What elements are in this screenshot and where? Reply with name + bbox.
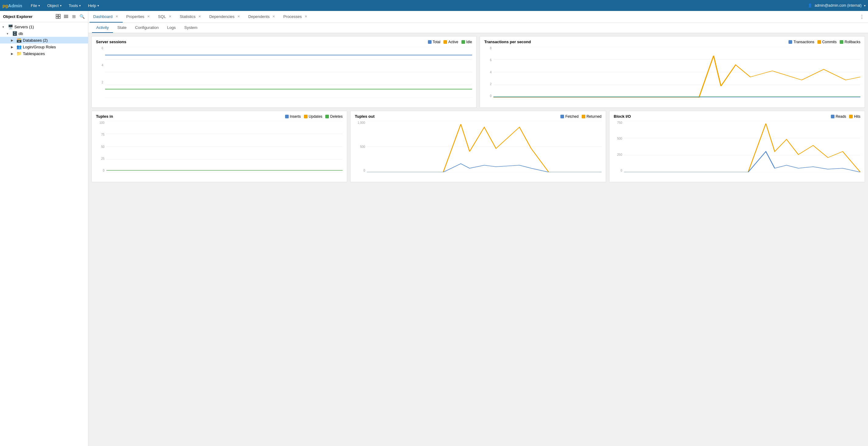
- tab-dependents[interactable]: Dependents ✕: [245, 11, 280, 23]
- chart-server-sessions-legend: Total Active Idle: [428, 40, 472, 44]
- nav-help[interactable]: Help ▾: [84, 0, 103, 11]
- tab-bar: Dashboard ✕ Properties ✕ SQL ✕ Statistic…: [88, 11, 868, 23]
- sub-tab-state[interactable]: State: [113, 23, 131, 33]
- chevron-icon: ▾: [2, 25, 7, 29]
- nav-tools-label: Tools: [69, 3, 78, 8]
- legend-commits-dot: [817, 40, 821, 44]
- chevron-icon: ▾: [7, 32, 11, 35]
- chart-tuples-out-legend: Fetched Returned: [560, 114, 601, 118]
- tab-dependencies-label: Dependencies: [209, 14, 235, 19]
- legend-reads-label: Reads: [836, 114, 846, 118]
- tree-item-tablespaces[interactable]: ▶ 📁 Tablespaces: [0, 50, 88, 57]
- y-axis-labels-tps: 8 6 4 2 0: [484, 46, 493, 98]
- sub-tab-logs-label: Logs: [167, 25, 176, 30]
- user-icon: 👤: [808, 3, 812, 8]
- legend-idle-label: Idle: [466, 40, 472, 44]
- nav-tools[interactable]: Tools ▾: [65, 0, 84, 11]
- legend-hits: Hits: [849, 114, 860, 118]
- chevron-down-icon: ▾: [79, 4, 81, 7]
- tab-dependents-close[interactable]: ✕: [271, 14, 276, 19]
- brand-logo: pgAdmin: [2, 3, 22, 8]
- tab-dashboard-label: Dashboard: [93, 14, 113, 19]
- tab-statistics[interactable]: Statistics ✕: [176, 11, 206, 23]
- nav-file[interactable]: File ▾: [27, 0, 43, 11]
- tab-processes[interactable]: Processes ✕: [280, 11, 312, 23]
- chart-tuples-in-svg: [106, 121, 343, 172]
- tree-label-db: db: [19, 31, 86, 36]
- chart-block-io-legend: Reads Hits: [831, 114, 860, 118]
- legend-deletes-dot: [325, 115, 329, 118]
- sub-tab-logs[interactable]: Logs: [163, 23, 180, 33]
- tab-properties-close[interactable]: ✕: [146, 14, 151, 19]
- tree-item-databases[interactable]: ▶ 🗃️ Databases (2): [0, 37, 88, 43]
- legend-transactions: Transactions: [788, 40, 814, 44]
- chart-transactions-area: 8 6 4 2 0: [484, 46, 860, 104]
- tab-more-button[interactable]: ⋮: [857, 14, 867, 20]
- sub-tab-configuration[interactable]: Configuration: [131, 23, 163, 33]
- sidebar-icon-1[interactable]: [55, 13, 61, 20]
- legend-idle-dot: [461, 40, 465, 44]
- tab-sql-close[interactable]: ✕: [168, 14, 173, 19]
- tree-item-servers[interactable]: ▾ 🖥️ Servers (1): [0, 24, 88, 30]
- tab-statistics-close[interactable]: ✕: [197, 14, 202, 19]
- tablespaces-icon: 📁: [17, 51, 22, 56]
- nav-user[interactable]: 👤 admin@admin.com (internal) ▾: [808, 3, 866, 8]
- search-icon[interactable]: 🔍: [79, 13, 85, 20]
- tab-processes-label: Processes: [283, 14, 302, 19]
- tree-area: ▾ 🖥️ Servers (1) ▾ 🗄️ db ▶ 🗃️ Databases …: [0, 22, 88, 446]
- sub-tab-state-label: State: [117, 25, 126, 30]
- legend-active-label: Active: [448, 40, 458, 44]
- svg-rect-1: [59, 14, 60, 16]
- tab-dashboard[interactable]: Dashboard ✕: [90, 11, 123, 23]
- sidebar: Object Explorer ⊞ 🔍: [0, 11, 88, 446]
- tab-processes-close[interactable]: ✕: [304, 14, 308, 19]
- tab-dashboard-close[interactable]: ✕: [115, 14, 119, 19]
- sidebar-icon-2[interactable]: [63, 13, 69, 20]
- svg-rect-0: [56, 14, 58, 16]
- nav-menu: File ▾ Object ▾ Tools ▾ Help ▾: [27, 0, 103, 11]
- chart-block-io-area: 750 500 250 0: [614, 121, 860, 179]
- chart-server-sessions-title: Server sessions: [96, 39, 126, 44]
- legend-updates-label: Updates: [309, 114, 322, 118]
- legend-total-label: Total: [433, 40, 440, 44]
- nav-object[interactable]: Object ▾: [43, 0, 65, 11]
- dashboard-content: Server sessions Total Active: [88, 33, 868, 446]
- legend-inserts: Inserts: [285, 114, 301, 118]
- legend-updates: Updates: [304, 114, 322, 118]
- chart-transactions-svg: [493, 46, 860, 98]
- legend-fetched: Fetched: [560, 114, 578, 118]
- chart-tuples-in-title: Tuples in: [96, 114, 113, 118]
- tree-item-db[interactable]: ▾ 🗄️ db: [0, 30, 88, 37]
- sub-tab-system[interactable]: System: [180, 23, 202, 33]
- legend-active-dot: [443, 40, 447, 44]
- tree-label-databases: Databases (2): [23, 38, 86, 43]
- server-icon: 🖥️: [8, 24, 13, 29]
- legend-commits-label: Commits: [822, 40, 837, 44]
- tab-properties[interactable]: Properties ✕: [123, 11, 154, 23]
- charts-row-1: Server sessions Total Active: [91, 36, 865, 108]
- svg-rect-4: [64, 15, 68, 15]
- sub-tab-configuration-label: Configuration: [135, 25, 159, 30]
- sidebar-icon-3[interactable]: ⊞: [71, 13, 77, 20]
- legend-hits-dot: [849, 115, 853, 118]
- brand-pg: pg: [2, 3, 8, 8]
- tab-dependencies[interactable]: Dependencies ✕: [206, 11, 245, 23]
- legend-deletes: Deletes: [325, 114, 343, 118]
- chevron-icon: ▶: [11, 45, 15, 49]
- legend-fetched-label: Fetched: [565, 114, 578, 118]
- tree-item-roles[interactable]: ▶ 👥 Login/Group Roles: [0, 43, 88, 50]
- tab-sql-label: SQL: [158, 14, 166, 19]
- y-axis-labels: 6 4 2: [96, 46, 104, 98]
- chevron-icon: ▶: [11, 52, 15, 55]
- legend-commits: Commits: [817, 40, 837, 44]
- sub-tab-activity[interactable]: Activity: [92, 23, 113, 33]
- legend-transactions-dot: [788, 40, 792, 44]
- tree-label-roles: Login/Group Roles: [23, 45, 86, 49]
- tab-sql[interactable]: SQL ✕: [154, 11, 176, 23]
- chart-server-sessions-area: 6 4 2: [96, 46, 472, 104]
- sidebar-header: Object Explorer ⊞ 🔍: [0, 11, 88, 22]
- chart-transactions-legend: Transactions Commits Rollbacks: [788, 40, 860, 44]
- chart-tuples-in-header: Tuples in Inserts Updates: [96, 114, 343, 118]
- tab-dependencies-close[interactable]: ✕: [236, 14, 241, 19]
- y-axis-labels-to: 1,000 500 0: [355, 121, 366, 172]
